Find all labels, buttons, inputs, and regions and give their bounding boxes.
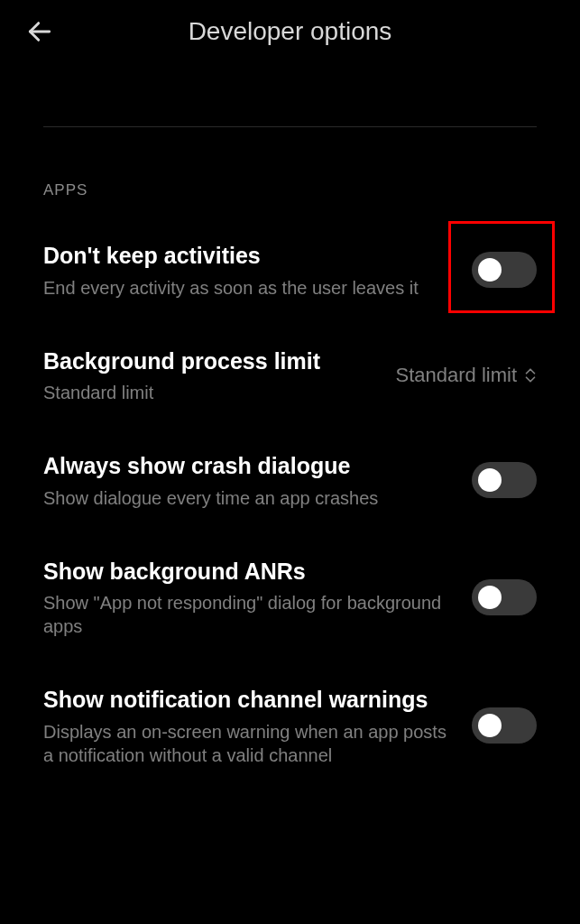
setting-subtitle: Show dialogue every time an app crashes: [43, 486, 454, 510]
selector-value-wrap: Standard limit: [395, 364, 537, 387]
setting-title: Background process limit: [43, 346, 377, 376]
toggle-knob: [478, 258, 502, 282]
setting-title: Always show crash dialogue: [43, 451, 454, 481]
setting-dont-keep-activities[interactable]: Don't keep activities End every activity…: [0, 217, 580, 323]
setting-title: Show background ANRs: [43, 557, 454, 587]
setting-subtitle: End every activity as soon as the user l…: [43, 276, 454, 300]
chevron-updown-icon: [524, 367, 537, 383]
toggle-knob: [478, 586, 502, 609]
setting-text: Show notification channel warnings Displ…: [43, 685, 472, 767]
selector-value: Standard limit: [395, 364, 517, 387]
section-header-apps: APPS: [0, 127, 580, 217]
header: Developer options: [0, 0, 580, 63]
toggle-knob: [478, 468, 502, 492]
toggle-notification-warnings[interactable]: [472, 707, 537, 744]
setting-bg-anrs[interactable]: Show background ANRs Show "App not respo…: [0, 533, 580, 662]
setting-subtitle: Show "App not responding" dialog for bac…: [43, 591, 454, 638]
toggle-crash-dialogue[interactable]: [472, 462, 537, 498]
setting-notification-warnings[interactable]: Show notification channel warnings Displ…: [0, 661, 580, 790]
setting-subtitle: Standard limit: [43, 381, 377, 404]
setting-title: Don't keep activities: [43, 241, 454, 271]
toggle-dont-keep-activities[interactable]: [472, 252, 537, 288]
setting-text: Show background ANRs Show "App not respo…: [43, 557, 472, 639]
setting-crash-dialogue[interactable]: Always show crash dialogue Show dialogue…: [0, 428, 580, 533]
page-title: Developer options: [58, 17, 522, 46]
arrow-left-icon: [25, 17, 54, 46]
setting-text: Don't keep activities End every activity…: [43, 241, 472, 300]
setting-subtitle: Displays an on-screen warning when an ap…: [43, 720, 454, 767]
setting-text: Background process limit Standard limit: [43, 346, 395, 405]
setting-title: Show notification channel warnings: [43, 685, 454, 715]
back-button[interactable]: [22, 14, 58, 50]
toggle-knob: [478, 714, 502, 737]
toggle-bg-anrs[interactable]: [472, 579, 537, 615]
setting-text: Always show crash dialogue Show dialogue…: [43, 451, 472, 510]
setting-bg-process-limit[interactable]: Background process limit Standard limit …: [0, 323, 580, 429]
